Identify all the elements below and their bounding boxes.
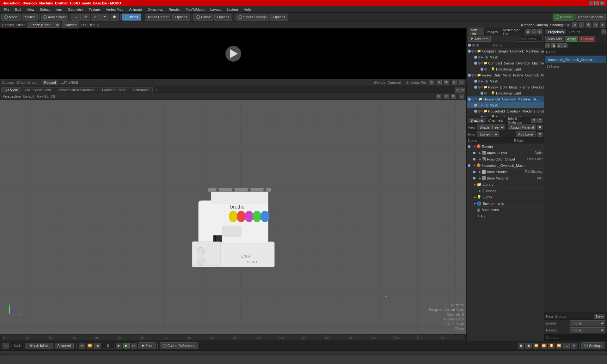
preview-expand-btn[interactable]: ⊡ xyxy=(452,80,457,85)
shader-item-alpha[interactable]: ▶ Alpha Output Alpha xyxy=(467,150,544,156)
shader-item-lights[interactable]: ▶ 💡 Lights xyxy=(467,194,544,200)
passes-dropdown[interactable]: (none) xyxy=(570,327,605,333)
arrow-10[interactable]: ▶ xyxy=(481,103,484,107)
tree-item-7[interactable]: ▼ 📁 Heavy_Duty_Metal_Frame_Overlock_... xyxy=(467,84,544,90)
transport-next-frame[interactable]: ▶ xyxy=(116,343,122,349)
expand-nodes[interactable]: ▶ xyxy=(478,189,482,193)
shader-item-library[interactable]: ▶ 📁 Library xyxy=(467,181,544,188)
select-opts-btn[interactable]: Options xyxy=(270,14,288,21)
rec-btn7[interactable]: ⏨ xyxy=(563,343,570,349)
menu-select[interactable]: Select xyxy=(37,7,52,12)
rec-btn2[interactable]: ⏹ xyxy=(525,343,532,349)
shader-item-bake[interactable]: ▣ Bake Items xyxy=(467,207,544,213)
window-controls[interactable]: – □ ✕ xyxy=(589,1,604,5)
props-eye-icon[interactable]: 👁 xyxy=(545,43,550,48)
vp-icon3[interactable]: 🔍 xyxy=(451,94,456,99)
viewport-tab-settings[interactable]: ⚙ xyxy=(455,88,460,93)
play-preview-btn[interactable] xyxy=(225,46,241,62)
transport-prev-frame[interactable]: ◀ xyxy=(94,343,101,349)
shader-settings[interactable]: ⚙ xyxy=(531,118,536,123)
expand-alpha[interactable]: ▶ xyxy=(478,151,482,155)
add-tab-btn[interactable]: + xyxy=(153,88,159,93)
arrow-1[interactable]: ▼ xyxy=(474,49,477,53)
menu-edit[interactable]: Edit xyxy=(13,7,24,12)
viewport-more-btn[interactable]: ≡ xyxy=(600,22,605,27)
shader-item-nodes[interactable]: ▶ ⬡ Nodes xyxy=(467,188,544,194)
render-btn[interactable]: Render xyxy=(553,14,574,21)
paused-btn[interactable]: Paused xyxy=(62,21,79,28)
item-list-content[interactable]: ▼ 📁 Compact_Serger_Overlock_Machine_wit.… xyxy=(467,48,544,117)
transform-extra2[interactable]: ⬟ xyxy=(110,14,119,21)
menu-vertex-map[interactable]: Vertex Map xyxy=(103,7,126,12)
expand-environments[interactable]: ▶ xyxy=(473,202,477,205)
shader-item-base-material[interactable]: ▶ Base Material (all) xyxy=(467,175,544,181)
auto-select-btn[interactable]: Auto Select xyxy=(41,14,68,21)
shader-s-btn[interactable]: S xyxy=(537,132,543,137)
pass-groups-dropdown[interactable]: (none) xyxy=(570,320,605,326)
filter-items-input[interactable] xyxy=(517,36,543,42)
select-through-btn[interactable]: Select Through xyxy=(236,14,269,21)
rec-btn5[interactable]: ⏬ xyxy=(548,343,555,349)
select-options-btn[interactable]: Options xyxy=(172,14,190,21)
menu-animate[interactable]: Animate xyxy=(126,7,144,12)
timeline-scroll[interactable] xyxy=(0,350,607,355)
expand-lights[interactable]: ▶ xyxy=(473,195,477,199)
menu-dynamics[interactable]: Dynamics xyxy=(145,7,165,12)
close-btn[interactable]: ✕ xyxy=(600,1,604,5)
vp-icon2[interactable]: ↺ xyxy=(444,94,449,99)
expand-fx[interactable] xyxy=(473,214,477,218)
viewport-search-btn[interactable]: 🔍 xyxy=(586,22,591,27)
preview-search-btn[interactable]: 🔍 xyxy=(444,80,449,85)
menu-geometry[interactable]: Geometry xyxy=(65,7,85,12)
view-dropdown[interactable]: Shader Tree xyxy=(477,124,505,130)
action-center-btn[interactable]: Action Center xyxy=(145,14,172,21)
viewport-tab-expand[interactable]: ⊡ xyxy=(460,88,465,93)
menu-system[interactable]: System xyxy=(224,7,241,12)
menu-item[interactable]: Item xyxy=(53,7,64,12)
tab-schematic[interactable]: Schematic xyxy=(130,87,153,93)
shader-tree-content[interactable]: ▼ Render ▶ Alpha Output Alpha xyxy=(467,143,544,341)
tree-item-4[interactable]: 💡 Directional Light xyxy=(467,66,544,72)
shader-item-household[interactable]: ▼ Household_Overlock_Mach... xyxy=(467,162,544,169)
menu-maxtomodo[interactable]: MaxToModo xyxy=(183,7,207,12)
item-list-f-btn[interactable]: F xyxy=(537,29,543,34)
tree-item-9[interactable]: ▼ 📁 Household_Overlock_Machine_Br... xyxy=(467,96,544,102)
tab-render-preset[interactable]: Render Preset Browser xyxy=(55,87,98,93)
tree-item-1[interactable]: ▼ 📁 Compact_Serger_Overlock_Machine_wit.… xyxy=(467,48,544,54)
tab-images[interactable]: Images xyxy=(484,29,500,34)
transport-begin[interactable]: ⏮ xyxy=(79,343,85,349)
group-item-household[interactable]: Household_Overlock_Machin... xyxy=(545,56,606,63)
shader-f-btn[interactable]: F xyxy=(537,125,543,130)
timeline-ruler[interactable]: 0 12 24 36 48 60 72 84 96 108 120 132 14… xyxy=(2,335,464,340)
tab-vertex-map[interactable]: Vertex Map List xyxy=(500,27,525,36)
arrow-12[interactable] xyxy=(487,115,491,117)
transform-scale[interactable]: ⤢ xyxy=(91,14,100,21)
minimize-btn[interactable]: – xyxy=(589,1,593,5)
filter-dropdown[interactable]: (none) xyxy=(477,131,499,137)
graph-editor-btn[interactable]: Graph Editor xyxy=(25,343,53,349)
transport-prev-key[interactable]: ⏪ xyxy=(87,343,93,349)
expand-bake[interactable] xyxy=(473,208,477,212)
discard-btn[interactable]: Discard xyxy=(579,36,595,42)
vp-icon4[interactable]: ≡ xyxy=(459,94,464,99)
expand-library[interactable]: ▶ xyxy=(473,183,477,186)
expand-render[interactable]: ▼ xyxy=(473,145,477,149)
auto-add-btn[interactable]: Auto Add xyxy=(545,36,564,42)
tree-item-6[interactable]: ▶ ▣ Mesh xyxy=(467,78,544,84)
menu-help[interactable]: Help xyxy=(241,7,254,12)
add-item-btn[interactable]: ▼ Add Item xyxy=(468,36,491,42)
render-window-btn[interactable]: Render Window xyxy=(575,14,606,21)
add-layer-btn[interactable]: Add Layer xyxy=(516,131,536,137)
shader-item-environments[interactable]: ▶ 🌐 Environments xyxy=(467,200,544,207)
shader-item-render[interactable]: ▼ Render xyxy=(467,143,544,150)
pass-new-btn[interactable]: New xyxy=(594,314,605,319)
viewport-3d[interactable]: brother Lock 1034D xyxy=(0,100,466,334)
rec-btn8[interactable]: ⏧ xyxy=(571,343,577,349)
shader-item-fx[interactable]: ✦ FX xyxy=(467,213,544,219)
falloff-btn[interactable]: Falloff xyxy=(193,14,213,21)
viewport-expand-btn[interactable]: ⊡ xyxy=(593,22,598,27)
item-list-expand[interactable]: ⊡ xyxy=(531,29,536,34)
item-list-settings[interactable]: ⚙ xyxy=(525,29,530,34)
timeline-scrollbar[interactable] xyxy=(0,351,607,355)
vp-icon1[interactable]: ⚙ xyxy=(436,94,441,99)
